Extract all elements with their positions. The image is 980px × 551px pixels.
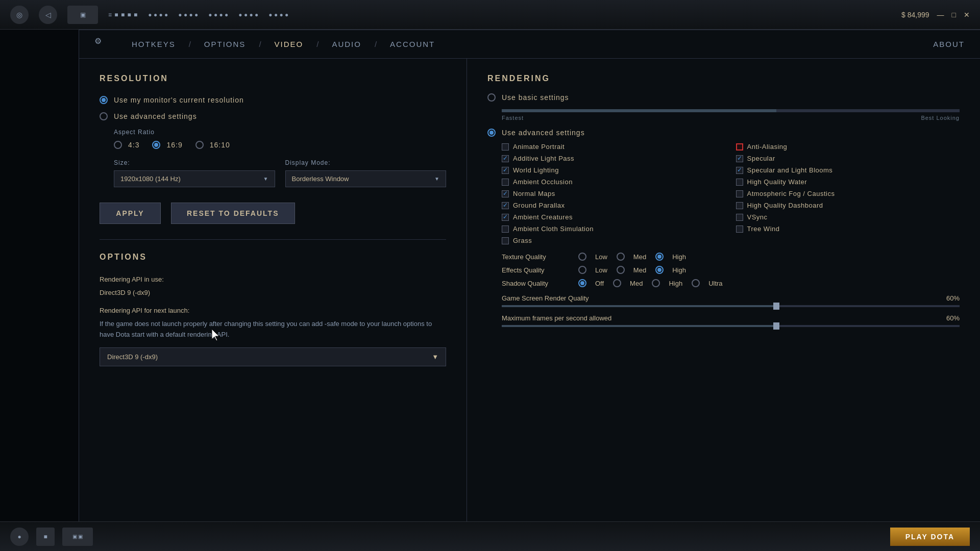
nav-item2[interactable]: ● ● ● ● [178,11,198,18]
cb-animate-portrait-box[interactable] [502,143,509,151]
effects-low-option[interactable]: Low [578,266,607,274]
cb-animate-portrait[interactable]: Animate Portrait [502,143,726,151]
resolution-advanced-option[interactable]: Use advanced settings [100,112,446,120]
play-dota-button[interactable]: PLAY DOTA [890,528,970,546]
window-maximize[interactable]: □ [952,11,956,19]
cb-grass-box[interactable] [502,237,509,244]
tab-audio[interactable]: AUDIO [324,36,370,53]
cb-tree-wind-box[interactable] [736,226,743,233]
cb-normal-maps-box[interactable] [502,190,509,197]
cb-ground-parallax-box[interactable] [502,202,509,209]
cb-anti-aliasing[interactable]: Anti-Aliasing [736,143,960,151]
nav-about[interactable]: ABOUT [933,40,965,48]
cb-specular-box[interactable] [736,155,743,162]
texture-low-radio[interactable] [578,253,586,261]
cb-atmospheric-fog-box[interactable] [736,190,743,197]
aspect-169-radio[interactable] [152,141,160,149]
shadow-off-radio[interactable] [578,279,586,287]
shadow-high-radio[interactable] [652,279,660,287]
bottom-icon2[interactable]: ■ [36,528,55,546]
cb-specular[interactable]: Specular [736,155,960,162]
game-screen-slider-thumb[interactable] [773,303,779,310]
cb-specular-blooms[interactable]: Specular and Light Blooms [736,166,960,174]
cb-vsync[interactable]: VSync [736,213,960,221]
texture-high-option[interactable]: High [655,253,686,261]
cb-world-lighting-box[interactable] [502,167,509,174]
max-frames-slider-track[interactable] [502,325,960,327]
effects-high-option[interactable]: High [655,266,686,274]
display-label: Display Mode: [285,159,447,166]
shadow-off-option[interactable]: Off [578,279,604,287]
cb-anti-aliasing-box[interactable] [736,143,743,151]
game-screen-slider-track[interactable] [502,305,960,307]
nav-item4[interactable]: ● ● ● ● [238,11,258,18]
api-dropdown[interactable]: Direct3D 9 (-dx9) ▼ [100,347,446,366]
cb-normal-maps[interactable]: Normal Maps [502,190,726,197]
render-basic-option[interactable]: Use basic settings [487,93,960,102]
size-dropdown[interactable]: 980x551 (144 Hz) ▼ [114,170,275,187]
cb-ambient-creatures-box[interactable] [502,214,509,221]
aspect-43-radio[interactable] [114,141,122,149]
cb-ground-parallax[interactable]: Ground Parallax [502,202,726,209]
render-advanced-option[interactable]: Use advanced settings [487,129,960,137]
texture-med-radio[interactable] [617,253,625,261]
texture-low-option[interactable]: Low [578,253,607,261]
menu-icon[interactable]: ◎ [10,6,29,24]
resolution-monitor-radio[interactable] [100,96,108,104]
cb-ambient-cloth[interactable]: Ambient Cloth Simulation [502,225,726,233]
cb-vsync-box[interactable] [736,214,743,221]
bottom-icon1[interactable]: ● [10,528,29,546]
tab-hotkeys[interactable]: HOTKEYS [124,36,184,53]
shadow-ultra-radio[interactable] [692,279,700,287]
window-minimize[interactable]: — [937,11,944,19]
shadow-high-label: High [669,280,682,287]
effects-low-radio[interactable] [578,266,586,274]
cb-high-quality-dashboard[interactable]: High Quality Dashboard [736,202,960,209]
cb-tree-wind[interactable]: Tree Wind [736,225,960,233]
shadow-high-option[interactable]: High [652,279,682,287]
effects-high-radio[interactable] [655,266,664,274]
apply-button[interactable]: APPLY [100,203,161,224]
tab-options[interactable]: OPTIONS [196,36,254,53]
texture-med-option[interactable]: Med [617,253,646,261]
back-icon[interactable]: ◁ [39,6,57,24]
nav-item3[interactable]: ● ● ● ● [208,11,228,18]
cb-ambient-creatures[interactable]: Ambient Creatures [502,213,726,221]
texture-high-radio[interactable] [655,253,664,261]
aspect-43-option[interactable]: 4:3 [114,141,139,149]
cb-ambient-occlusion-box[interactable] [502,179,509,186]
max-frames-slider-thumb[interactable] [773,322,779,330]
tab-account[interactable]: ACCOUNT [382,36,443,53]
display-dropdown[interactable]: Borderless Window ▼ [285,170,447,187]
effects-med-option[interactable]: Med [617,266,646,274]
quality-slider-track[interactable] [502,109,960,112]
cb-ambient-occlusion[interactable]: Ambient Occlusion [502,178,726,186]
aspect-169-option[interactable]: 16:9 [152,141,182,149]
cb-ambient-cloth-box[interactable] [502,226,509,233]
cb-high-quality-water-box[interactable] [736,179,743,186]
cb-specular-blooms-box[interactable] [736,167,743,174]
shadow-med-radio[interactable] [613,279,621,287]
effects-med-radio[interactable] [617,266,625,274]
nav-item1[interactable]: ● ● ● ● [148,11,168,18]
shadow-med-option[interactable]: Med [613,279,643,287]
cb-world-lighting[interactable]: World Lighting [502,166,726,174]
render-basic-radio[interactable] [487,93,496,102]
render-advanced-radio[interactable] [487,129,496,137]
cb-additive-light-box[interactable] [502,155,509,162]
cb-atmospheric-fog[interactable]: Atmospheric Fog / Caustics [736,190,960,197]
reset-button[interactable]: RESET TO DEFAULTS [171,203,295,224]
nav-item5[interactable]: ● ● ● ● [268,11,288,18]
display-dropdown-container: Display Mode: Borderless Window ▼ [285,159,447,187]
cb-grass[interactable]: Grass [502,237,726,244]
aspect-1610-option[interactable]: 16:10 [195,141,230,149]
tab-video[interactable]: VIDEO [266,36,312,53]
window-close[interactable]: ✕ [964,11,970,19]
shadow-ultra-option[interactable]: Ultra [692,279,722,287]
resolution-monitor-option[interactable]: Use my monitor's current resolution [100,96,446,104]
resolution-advanced-radio[interactable] [100,112,108,120]
cb-high-quality-dashboard-box[interactable] [736,202,743,209]
aspect-1610-radio[interactable] [195,141,204,149]
cb-additive-light[interactable]: Additive Light Pass [502,155,726,162]
cb-high-quality-water[interactable]: High Quality Water [736,178,960,186]
